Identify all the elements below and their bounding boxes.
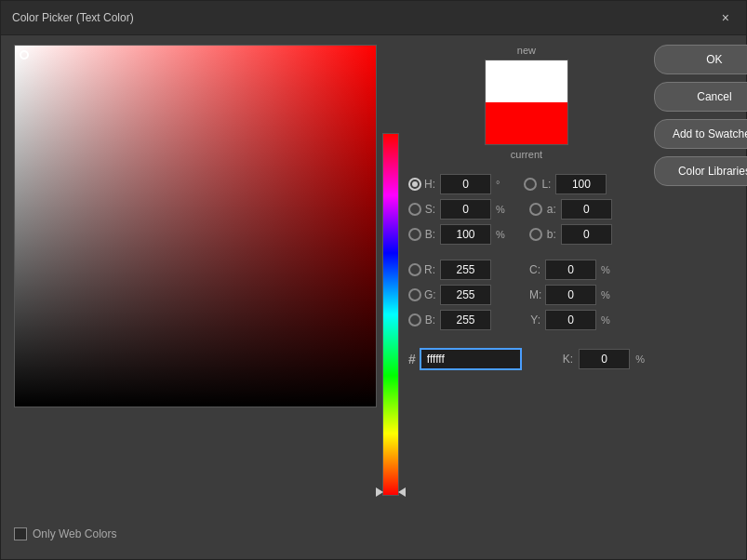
b3-input[interactable] xyxy=(561,224,612,245)
c-label: C: xyxy=(529,263,542,276)
hue-arrow-right xyxy=(398,487,406,497)
only-web-colors-checkbox[interactable] xyxy=(14,527,27,540)
b-radio[interactable] xyxy=(408,228,421,241)
s-field-row: S: % a: xyxy=(408,198,645,220)
b-input[interactable] xyxy=(440,224,491,245)
k-input[interactable] xyxy=(579,349,630,369)
h-label: H: xyxy=(424,178,437,191)
hex-row: # K: % xyxy=(408,348,645,370)
saturation-picker[interactable] xyxy=(14,45,377,407)
current-color-swatch xyxy=(486,102,567,144)
b3-label: b: xyxy=(545,228,558,241)
ok-button[interactable]: OK xyxy=(654,45,747,74)
l-label: L: xyxy=(540,178,553,191)
c-input[interactable] xyxy=(545,260,596,280)
y-input[interactable] xyxy=(545,310,596,330)
a-input[interactable] xyxy=(561,199,612,220)
g-field-row: G: M: % xyxy=(408,284,645,306)
s-radio[interactable] xyxy=(408,203,421,216)
b-label: B: xyxy=(424,228,437,241)
r-input[interactable] xyxy=(440,260,491,280)
l-radio[interactable] xyxy=(524,178,537,191)
r-radio[interactable] xyxy=(408,263,421,276)
hue-arrow-left xyxy=(376,487,383,497)
title-bar: Color Picker (Text Color) × xyxy=(1,1,746,35)
k-label: K: xyxy=(563,353,575,366)
only-web-colors-label: Only Web Colors xyxy=(33,527,116,540)
add-to-swatches-button[interactable]: Add to Swatches xyxy=(654,119,747,149)
hex-input[interactable] xyxy=(420,348,522,370)
l-input[interactable] xyxy=(555,174,607,194)
s-label: S: xyxy=(424,203,437,216)
y-unit: % xyxy=(599,314,610,326)
b2-input[interactable] xyxy=(440,310,491,330)
c-unit: % xyxy=(599,264,610,275)
b-field-row: B: % b: xyxy=(408,223,645,246)
color-picker-dialog: Color Picker (Text Color) × new xyxy=(0,0,747,560)
g-radio[interactable] xyxy=(408,288,421,301)
right-section: OK Cancel Add to Swatches Color Librarie… xyxy=(654,45,747,560)
left-section xyxy=(14,45,399,560)
h-unit: ° xyxy=(494,179,500,190)
b-unit: % xyxy=(494,229,505,240)
a-radio[interactable] xyxy=(529,203,542,216)
m-unit: % xyxy=(599,289,610,300)
m-label: M: xyxy=(529,288,542,301)
close-button[interactable]: × xyxy=(716,8,735,27)
r-label: R: xyxy=(424,263,437,276)
r-field-row: R: C: % xyxy=(408,259,645,281)
current-label: current xyxy=(511,149,542,160)
y-label: Y: xyxy=(529,313,542,327)
m-input[interactable] xyxy=(545,285,596,305)
s-input[interactable] xyxy=(440,199,491,220)
color-libraries-button[interactable]: Color Libraries xyxy=(654,156,747,186)
b3-radio[interactable] xyxy=(529,228,542,241)
g-label: G: xyxy=(424,288,437,301)
main-content: new current H: ° L: xyxy=(1,35,746,560)
s-unit: % xyxy=(494,204,505,215)
b2-field-row: B: Y: % xyxy=(408,309,645,331)
new-label: new xyxy=(517,45,536,56)
cancel-button[interactable]: Cancel xyxy=(654,82,747,112)
color-swatches xyxy=(485,60,568,145)
b2-label: B: xyxy=(424,313,437,327)
k-unit: % xyxy=(634,353,645,365)
dialog-title: Color Picker (Text Color) xyxy=(12,11,134,24)
h-field-row: H: ° L: xyxy=(408,173,645,195)
h-radio[interactable] xyxy=(408,178,421,191)
new-color-swatch xyxy=(486,60,567,102)
g-input[interactable] xyxy=(440,285,491,305)
hue-slider[interactable] xyxy=(382,133,399,496)
saturation-gradient xyxy=(15,46,376,407)
a-label: a: xyxy=(545,203,558,216)
center-section: new current H: ° L: xyxy=(408,45,645,560)
color-preview: new current xyxy=(408,45,645,160)
b2-radio[interactable] xyxy=(408,313,421,327)
fields-section: H: ° L: S: % a: xyxy=(408,173,645,370)
hex-label: # xyxy=(408,352,416,367)
only-web-colors-row: Only Web Colors xyxy=(14,527,116,540)
h-input[interactable] xyxy=(440,174,491,194)
